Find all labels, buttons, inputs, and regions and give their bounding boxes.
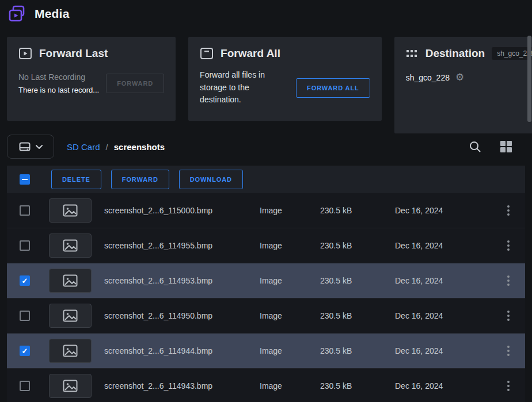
table-row[interactable]: screenshot_2...6_114955.bmp Image 230.5 … [7, 228, 525, 263]
row-menu-kebab-icon[interactable] [500, 311, 517, 321]
row-date: Dec 16, 2024 [395, 206, 500, 215]
file-thumbnail [49, 339, 92, 363]
row-menu-kebab-icon[interactable] [500, 240, 517, 251]
row-type: Image [260, 241, 320, 250]
table-row[interactable]: screenshot_2...6_114953.bmp Image 230.5 … [7, 263, 525, 298]
breadcrumb-sd-card[interactable]: SD Card [67, 142, 100, 152]
card-title: Forward All [221, 47, 280, 60]
row-date: Dec 16, 2024 [395, 276, 500, 285]
row-filename: screenshot_2...6_114955.bmp [104, 241, 260, 250]
forward-all-button[interactable]: FORWARD ALL [296, 78, 370, 98]
row-menu-kebab-icon[interactable] [500, 346, 517, 356]
row-size: 230.5 kB [320, 381, 395, 390]
image-icon [63, 309, 78, 322]
row-checkbox[interactable] [20, 381, 30, 391]
row-checkbox[interactable] [20, 275, 30, 286]
row-filename: screenshot_2...6_114950.bmp [104, 311, 260, 320]
page-scrollbar[interactable] [527, 36, 531, 122]
row-type: Image [260, 381, 320, 390]
file-list: screenshot_2...6_115000.bmp Image 230.5 … [7, 193, 525, 402]
file-thumbnail [49, 269, 92, 293]
file-table: DELETE FORWARD DOWNLOAD screenshot_2...6… [7, 166, 525, 402]
row-checkbox[interactable] [20, 311, 30, 321]
row-date: Dec 16, 2024 [395, 381, 500, 390]
forward-last-card: Forward Last No Last Recording There is … [7, 37, 176, 121]
image-icon [63, 344, 78, 357]
row-menu-kebab-icon[interactable] [500, 205, 517, 216]
row-filename: screenshot_2...6_114953.bmp [104, 276, 260, 285]
destination-badge: sh_gco_228 [492, 47, 532, 60]
image-icon [63, 380, 78, 392]
row-filename: screenshot_2...6_114943.bmp [104, 381, 260, 390]
search-icon [469, 140, 481, 153]
row-size: 230.5 kB [320, 346, 395, 355]
breadcrumb-current-folder: screenshots [114, 142, 165, 152]
row-size: 230.5 kB [320, 206, 395, 215]
forward-all-description: Forward all files in storage to the dest… [200, 69, 289, 106]
table-row[interactable]: screenshot_2...6_114943.bmp Image 230.5 … [7, 369, 525, 402]
row-type: Image [260, 206, 320, 215]
row-size: 230.5 kB [320, 241, 395, 250]
row-filename: screenshot_2...6_114944.bmp [104, 346, 260, 355]
row-type: Image [260, 276, 320, 285]
row-type: Image [260, 346, 320, 355]
file-thumbnail [49, 304, 92, 328]
breadcrumb-separator: / [106, 142, 108, 152]
forward-button[interactable]: FORWARD [106, 74, 164, 93]
select-all-checkbox[interactable] [20, 174, 30, 185]
row-checkbox[interactable] [20, 346, 30, 356]
storage-selector-button[interactable] [7, 135, 54, 159]
card-title: Forward Last [39, 47, 108, 60]
download-button[interactable]: DOWNLOAD [179, 170, 243, 189]
chevron-down-icon [36, 145, 43, 149]
destination-card: Destination sh_gco_228 sh_gco_228 ⚙ [394, 37, 532, 133]
media-logo-icon [8, 5, 26, 22]
table-row[interactable]: screenshot_2...6_114944.bmp Image 230.5 … [7, 334, 525, 369]
delete-button[interactable]: DELETE [51, 170, 101, 189]
row-date: Dec 16, 2024 [395, 311, 500, 320]
forward-file-icon [200, 47, 214, 60]
table-row[interactable]: screenshot_2...6_114950.bmp Image 230.5 … [7, 298, 525, 334]
gear-icon[interactable]: ⚙ [455, 72, 464, 82]
row-menu-kebab-icon[interactable] [500, 275, 517, 286]
search-button[interactable] [469, 140, 481, 153]
bulk-actions-row: DELETE FORWARD DOWNLOAD [7, 166, 525, 193]
grid-view-button[interactable] [500, 140, 512, 153]
no-last-record-description: There is no last record... [18, 86, 99, 94]
row-size: 230.5 kB [320, 276, 395, 285]
row-date: Dec 16, 2024 [395, 241, 500, 250]
media-page: Media Forward Last No Last Recording The… [0, 0, 532, 402]
file-thumbnail [49, 198, 92, 223]
row-size: 230.5 kB [320, 311, 395, 320]
file-thumbnail [49, 233, 92, 258]
image-icon [63, 204, 78, 217]
destination-grid-icon [406, 49, 419, 58]
breadcrumb: SD Card / screenshots [67, 142, 165, 152]
image-icon [63, 274, 78, 287]
file-thumbnail [49, 374, 92, 398]
row-checkbox[interactable] [20, 240, 30, 251]
row-date: Dec 16, 2024 [395, 346, 500, 355]
row-checkbox[interactable] [20, 205, 30, 216]
play-box-icon [18, 47, 32, 60]
no-last-recording-status: No Last Recording [18, 72, 99, 82]
page-title: Media [35, 7, 70, 21]
destination-value: sh_gco_228 [406, 73, 450, 82]
forward-all-card: Forward All Forward all files in storage… [188, 37, 382, 121]
row-menu-kebab-icon[interactable] [500, 381, 517, 391]
row-filename: screenshot_2...6_115000.bmp [104, 206, 260, 215]
forward-selected-button[interactable]: FORWARD [111, 170, 169, 189]
summary-cards: Forward Last No Last Recording There is … [0, 28, 532, 133]
row-type: Image [260, 311, 320, 320]
file-toolbar: SD Card / screenshots [7, 135, 525, 159]
storage-drive-icon [19, 142, 31, 151]
grid-view-icon [500, 140, 512, 153]
page-header: Media [0, 0, 532, 28]
card-title: Destination [425, 47, 485, 60]
image-icon [63, 239, 78, 252]
table-row[interactable]: screenshot_2...6_115000.bmp Image 230.5 … [7, 193, 525, 228]
